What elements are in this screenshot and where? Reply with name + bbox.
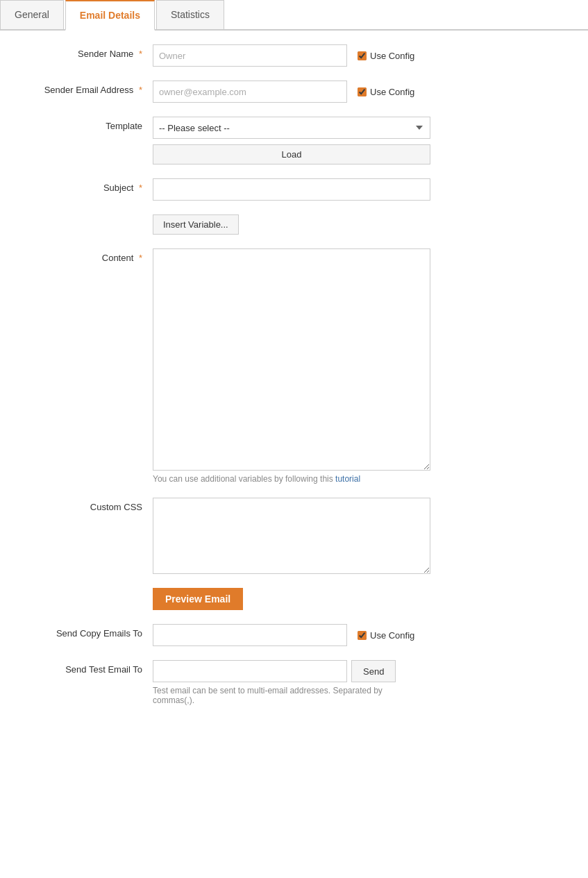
content-textarea[interactable] bbox=[153, 248, 430, 471]
template-select[interactable]: -- Please select -- bbox=[153, 117, 430, 139]
sender-email-use-config-label: Use Config bbox=[370, 87, 414, 97]
send-test-email-row: Send Test Email To Send Test email can b… bbox=[14, 660, 574, 705]
send-copy-label: Send Copy Emails To bbox=[14, 624, 153, 639]
send-copy-controls: Use Config bbox=[153, 624, 574, 646]
content-label: Content * bbox=[14, 248, 153, 263]
subject-controls bbox=[153, 178, 574, 201]
sender-name-use-config-label: Use Config bbox=[370, 51, 414, 61]
required-star-2: * bbox=[139, 85, 142, 95]
subject-row: Subject * bbox=[14, 178, 574, 201]
required-star: * bbox=[139, 49, 142, 59]
preview-email-row: Preview Email bbox=[14, 588, 574, 610]
send-test-email-helper: Test email can be sent to multi-email ad… bbox=[153, 686, 389, 705]
required-star-4: * bbox=[139, 253, 142, 263]
template-row: Template -- Please select -- Load bbox=[14, 117, 574, 164]
send-copy-row: Send Copy Emails To Use Config bbox=[14, 624, 574, 646]
sender-email-use-config: Use Config bbox=[358, 87, 414, 97]
template-controls: -- Please select -- Load bbox=[153, 117, 430, 164]
sender-name-use-config: Use Config bbox=[358, 51, 414, 61]
sender-email-row: Sender Email Address * Use Config bbox=[14, 81, 574, 103]
send-test-email-button[interactable]: Send bbox=[351, 660, 396, 682]
send-copy-use-config-checkbox[interactable] bbox=[358, 631, 367, 640]
required-star-3: * bbox=[139, 183, 142, 193]
tab-email-details-label: Email Details bbox=[80, 10, 140, 21]
send-test-email-label: Send Test Email To bbox=[14, 660, 153, 675]
custom-css-textarea[interactable] bbox=[153, 498, 430, 574]
send-copy-use-config-label: Use Config bbox=[370, 630, 414, 641]
sender-name-row: Sender Name * Use Config bbox=[14, 44, 574, 67]
sender-email-input[interactable] bbox=[153, 81, 347, 103]
send-copy-input[interactable] bbox=[153, 624, 347, 646]
subject-input[interactable] bbox=[153, 178, 430, 201]
content-row: Content * You can use additional variabl… bbox=[14, 248, 574, 484]
tab-general-label: General bbox=[15, 9, 49, 20]
sender-name-controls: Use Config bbox=[153, 44, 574, 67]
sender-name-input[interactable] bbox=[153, 44, 347, 67]
tab-statistics-label: Statistics bbox=[171, 9, 210, 20]
template-label: Template bbox=[14, 117, 153, 131]
send-test-email-controls: Send Test email can be sent to multi-ema… bbox=[153, 660, 396, 705]
custom-css-label: Custom CSS bbox=[14, 498, 153, 512]
tab-general[interactable]: General bbox=[0, 0, 64, 29]
email-details-form: Sender Name * Use Config Sender Email Ad… bbox=[0, 31, 588, 733]
sender-email-use-config-checkbox[interactable] bbox=[358, 87, 367, 96]
sender-name-use-config-checkbox[interactable] bbox=[358, 51, 367, 60]
sender-name-label: Sender Name * bbox=[14, 44, 153, 59]
tutorial-link[interactable]: tutorial bbox=[335, 474, 360, 484]
custom-css-row: Custom CSS bbox=[14, 498, 574, 574]
send-copy-use-config: Use Config bbox=[358, 630, 414, 641]
tab-email-details[interactable]: Email Details bbox=[65, 0, 155, 31]
send-test-email-input[interactable] bbox=[153, 660, 347, 682]
insert-variable-button[interactable]: Insert Variable... bbox=[153, 214, 239, 235]
insert-variable-row: Insert Variable... bbox=[14, 214, 574, 235]
sender-email-label: Sender Email Address * bbox=[14, 81, 153, 95]
custom-css-controls bbox=[153, 498, 574, 574]
content-controls: You can use additional variables by foll… bbox=[153, 248, 430, 484]
load-button[interactable]: Load bbox=[153, 144, 430, 164]
content-helper-text: You can use additional variables by foll… bbox=[153, 474, 430, 484]
sender-email-controls: Use Config bbox=[153, 81, 574, 103]
tab-statistics[interactable]: Statistics bbox=[156, 0, 224, 29]
preview-email-button[interactable]: Preview Email bbox=[153, 588, 243, 610]
tabs-container: General Email Details Statistics bbox=[0, 0, 588, 31]
subject-label: Subject * bbox=[14, 178, 153, 193]
